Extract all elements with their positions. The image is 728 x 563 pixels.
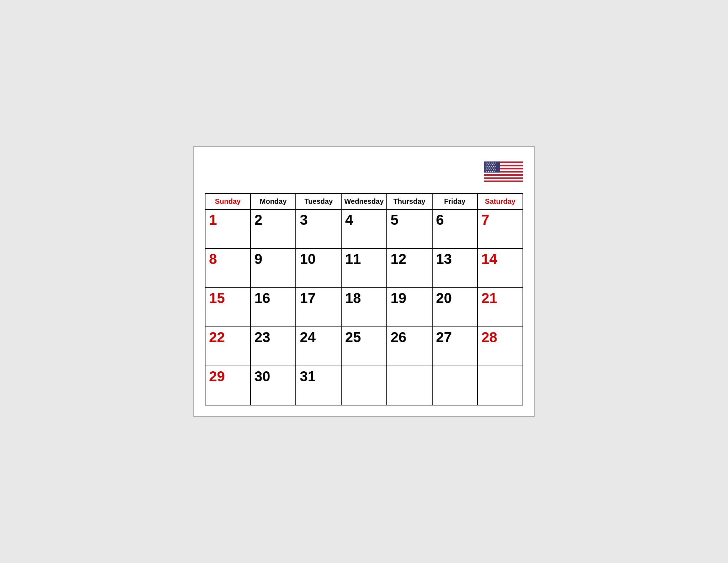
- day-number: 3: [300, 212, 307, 228]
- calendar-header: ★ ★ ★ ★ ★ ★ ★ ★ ★ ★ ★ ★ ★ ★ ★ ★ ★ ★ ★ ★ …: [205, 158, 523, 186]
- day-header-saturday: Saturday: [477, 193, 523, 209]
- day-number: 15: [209, 290, 225, 306]
- day-header-monday: Monday: [251, 193, 296, 209]
- week-row-3: 15161718192021: [205, 288, 523, 327]
- calendar-day-cell[interactable]: 17: [296, 288, 341, 327]
- day-header-friday: Friday: [432, 193, 478, 209]
- day-number: 6: [436, 212, 444, 228]
- us-flag-icon: ★ ★ ★ ★ ★ ★ ★ ★ ★ ★ ★ ★ ★ ★ ★ ★ ★ ★ ★ ★ …: [484, 158, 523, 186]
- day-number: 29: [209, 368, 225, 384]
- calendar-day-cell[interactable]: 23: [251, 327, 296, 366]
- calendar-day-cell[interactable]: 13: [432, 249, 478, 288]
- calendar-day-cell[interactable]: 19: [387, 288, 432, 327]
- day-number: 7: [481, 212, 489, 228]
- day-number: 2: [255, 212, 262, 228]
- calendar-day-cell[interactable]: 24: [296, 327, 341, 366]
- day-number: 27: [436, 329, 452, 345]
- calendar-day-cell[interactable]: 4: [341, 209, 387, 249]
- day-number: 31: [300, 368, 316, 384]
- day-number: 14: [481, 251, 497, 267]
- calendar-day-cell[interactable]: 15: [205, 288, 251, 327]
- calendar-day-cell[interactable]: 6: [432, 209, 478, 249]
- day-number: 17: [300, 290, 316, 306]
- svg-rect-6: [484, 179, 523, 180]
- day-number: 23: [255, 329, 271, 345]
- calendar-day-cell[interactable]: 1: [205, 209, 251, 249]
- day-number: 10: [300, 251, 316, 267]
- calendar-day-cell[interactable]: 21: [477, 288, 523, 327]
- day-number: 4: [345, 212, 353, 228]
- svg-rect-5: [484, 176, 523, 177]
- week-row-1: 1234567: [205, 209, 523, 249]
- day-number: 11: [345, 251, 361, 267]
- day-number: 22: [209, 329, 225, 345]
- calendar-day-cell[interactable]: 25: [341, 327, 387, 366]
- calendar-day-cell[interactable]: 16: [251, 288, 296, 327]
- calendar-day-cell[interactable]: 20: [432, 288, 478, 327]
- calendar-day-cell[interactable]: 27: [432, 327, 478, 366]
- calendar-day-cell[interactable]: 11: [341, 249, 387, 288]
- calendar-day-cell[interactable]: 28: [477, 327, 523, 366]
- day-header-sunday: Sunday: [205, 193, 251, 209]
- week-row-2: 891011121314: [205, 249, 523, 288]
- calendar-day-cell[interactable]: 14: [477, 249, 523, 288]
- calendar-page: ★ ★ ★ ★ ★ ★ ★ ★ ★ ★ ★ ★ ★ ★ ★ ★ ★ ★ ★ ★ …: [193, 146, 535, 417]
- calendar-day-cell[interactable]: 5: [387, 209, 432, 249]
- calendar-day-cell[interactable]: 10: [296, 249, 341, 288]
- day-number: 8: [209, 251, 217, 267]
- day-number: 16: [255, 290, 271, 306]
- calendar-day-cell[interactable]: 30: [251, 366, 296, 405]
- day-number: 5: [391, 212, 398, 228]
- days-header-row: SundayMondayTuesdayWednesdayThursdayFrid…: [205, 193, 523, 209]
- calendar-day-cell[interactable]: 7: [477, 209, 523, 249]
- calendar-day-cell[interactable]: 12: [387, 249, 432, 288]
- day-number: 9: [255, 251, 262, 267]
- calendar-day-cell[interactable]: [341, 366, 387, 405]
- day-number: 13: [436, 251, 452, 267]
- day-number: 1: [209, 212, 217, 228]
- calendar-day-cell[interactable]: [432, 366, 478, 405]
- day-number: 20: [436, 290, 452, 306]
- day-number: 25: [345, 329, 361, 345]
- day-header-wednesday: Wednesday: [341, 193, 387, 209]
- calendar-day-cell[interactable]: 8: [205, 249, 251, 288]
- calendar-day-cell[interactable]: 18: [341, 288, 387, 327]
- calendar-grid: SundayMondayTuesdayWednesdayThursdayFrid…: [205, 193, 523, 405]
- svg-text:★ ★ ★ ★ ★: ★ ★ ★ ★ ★: [486, 171, 495, 172]
- day-number: 12: [391, 251, 407, 267]
- day-number: 19: [391, 290, 407, 306]
- day-number: 21: [481, 290, 497, 306]
- calendar-day-cell[interactable]: 26: [387, 327, 432, 366]
- week-row-4: 22232425262728: [205, 327, 523, 366]
- calendar-day-cell[interactable]: 3: [296, 209, 341, 249]
- calendar-day-cell[interactable]: [477, 366, 523, 405]
- calendar-day-cell[interactable]: 2: [251, 209, 296, 249]
- week-row-5: 293031: [205, 366, 523, 405]
- day-number: 28: [481, 329, 497, 345]
- calendar-day-cell[interactable]: [387, 366, 432, 405]
- day-number: 24: [300, 329, 316, 345]
- day-header-tuesday: Tuesday: [296, 193, 341, 209]
- day-header-thursday: Thursday: [387, 193, 432, 209]
- calendar-day-cell[interactable]: 22: [205, 327, 251, 366]
- calendar-day-cell[interactable]: 29: [205, 366, 251, 405]
- calendar-day-cell[interactable]: 31: [296, 366, 341, 405]
- day-number: 18: [345, 290, 361, 306]
- day-number: 30: [255, 368, 271, 384]
- calendar-day-cell[interactable]: 9: [251, 249, 296, 288]
- day-number: 26: [391, 329, 407, 345]
- svg-rect-4: [484, 172, 523, 174]
